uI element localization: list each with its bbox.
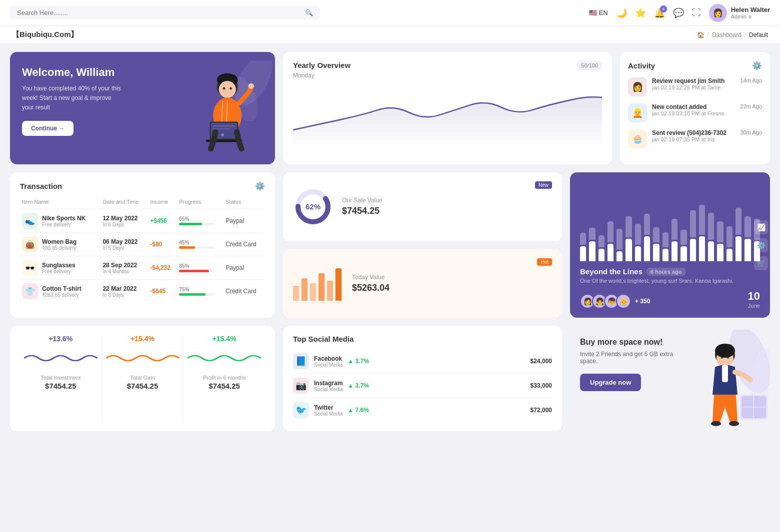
beyond-sub: One Of the world,s brightest, young surf… (580, 278, 760, 284)
bar-column (708, 213, 714, 261)
bar-column (744, 216, 750, 261)
svg-point-27 (727, 357, 729, 359)
yearly-title: Yearly Overview (293, 61, 350, 69)
topnav: 🔍 🇺🇸 EN 🌙 ⭐ 🔔 4 💬 ⛶ 👩 Helen Walter Admin… (0, 0, 780, 26)
bar-column (589, 228, 595, 261)
bar-chart (580, 181, 760, 261)
social-item-2: 🐦 Twitter Social Media ▲ 7.6% $72,000 (293, 398, 552, 422)
plus-count: + 350 (635, 298, 650, 305)
bar-column (717, 221, 723, 261)
bar-column (690, 210, 696, 261)
bar-column (672, 219, 678, 261)
svg-point-26 (721, 357, 723, 359)
today-info: Today Value $5263.04 (352, 274, 390, 293)
svg-point-25 (725, 344, 733, 352)
transaction-table: Item Name Date and Time Income Progress … (20, 197, 265, 303)
stats-card: +13.6% Total Investment $7454.25 +15.4% … (10, 326, 275, 431)
activity-settings-icon[interactable]: ⚙️ (752, 61, 762, 70)
svg-point-5 (223, 87, 226, 89)
bar-column (626, 216, 632, 261)
side-icon-settings[interactable]: ⚙️ (754, 238, 768, 252)
svg-point-29 (711, 421, 721, 426)
activity-item-0: 👩 Review request jim Smith jan 03 19 12:… (628, 77, 762, 96)
stat-col-2: +15.4% Profit in 6 months $7454.25 (184, 335, 265, 422)
notification-badge: 4 (660, 5, 667, 12)
activity-text-1: New contact added jan 02 19 03:10 PM at … (652, 103, 736, 116)
bar-column (616, 229, 622, 261)
favorites-icon[interactable]: ⭐ (635, 7, 646, 18)
sale-label: Our Sale Value (342, 197, 382, 204)
row2: Transaction ⚙️ Item Name Date and Time I… (10, 172, 770, 318)
side-icons: 📈 ⚙️ 🛒 (754, 220, 770, 270)
svg-point-4 (219, 80, 236, 97)
col-progress: Progress (177, 197, 224, 209)
table-row: 👕 Cotton T-shirt ₹283.65 delivery 22 Mar… (20, 280, 265, 303)
bar-column (699, 205, 705, 261)
col-item-name: Item Name (20, 197, 100, 209)
avatars-row: 👩 👧 👦 👴 + 350 (580, 294, 650, 309)
buyspace-figure (685, 330, 770, 431)
user-name: Helen Walter (731, 6, 770, 13)
breadcrumb-dashboard[interactable]: Dashboard (712, 31, 742, 38)
today-label: Today Value (352, 274, 390, 281)
activity-text-0: Review request jim Smith jan 03 19 12:25… (652, 77, 736, 90)
yearly-overview-card: Yearly Overview 50/100 Monday (283, 52, 612, 164)
activity-text-2: Sent review (504)236-7302 jan 02 19 07:3… (652, 129, 736, 142)
donut-chart: 62% (293, 187, 333, 227)
lang-selector[interactable]: 🇺🇸 EN (589, 9, 608, 16)
sale-value: $7454.25 (342, 206, 382, 216)
activity-item-2: 🧁 Sent review (504)236-7302 jan 02 19 07… (628, 129, 762, 148)
bar-column (580, 233, 586, 261)
user-menu[interactable]: 👩 Helen Walter Admin ∨ (709, 4, 770, 22)
svg-point-10 (248, 83, 254, 88)
sale-card: 62% Our Sale Value $7454.25 New (283, 172, 562, 241)
welcome-subtitle: You have completed 40% of your this week… (22, 84, 122, 113)
social-item-1: 📷 Instagram Social Media ▲ 3.7% $33,000 (293, 374, 552, 398)
beyond-info: Beyond the Lines 6 hours ago One Of the … (580, 267, 760, 309)
transaction-settings-icon[interactable]: ⚙️ (255, 181, 265, 191)
col-status: Status (224, 197, 265, 209)
row3: +13.6% Total Investment $7454.25 +15.4% … (10, 326, 770, 431)
buyspace-card: Buy more space now! Invite 2 Friends and… (570, 326, 770, 431)
bar-column (635, 224, 641, 261)
fullscreen-icon[interactable]: ⛶ (692, 7, 701, 18)
side-icon-chart[interactable]: 📈 (754, 220, 768, 234)
hot-badge: Hot (537, 258, 552, 266)
bar-column (736, 208, 742, 261)
home-icon[interactable]: 🏠 (697, 31, 704, 38)
sale-stack: 62% Our Sale Value $7454.25 New (283, 172, 562, 318)
avatar: 👩 (709, 4, 727, 22)
today-bar-chart (293, 266, 343, 301)
bar-column (598, 235, 604, 261)
sm-avatar-3: 👴 (616, 294, 631, 309)
bar-column (608, 221, 614, 261)
bar-column (662, 232, 668, 261)
messages-icon[interactable]: 💬 (673, 7, 684, 18)
continue-button[interactable]: Continue → (22, 121, 74, 136)
side-icon-cart[interactable]: 🛒 (754, 256, 768, 270)
search-bar[interactable]: 🔍 (10, 6, 320, 19)
bar-chart-card: Beyond the Lines 6 hours ago One Of the … (570, 172, 770, 318)
breadcrumb: 🏠 / Dashboard / Default (697, 31, 768, 38)
notifications-icon[interactable]: 🔔 4 (654, 7, 665, 18)
search-icon: 🔍 (305, 9, 313, 16)
svg-point-24 (717, 345, 725, 353)
welcome-illustration (175, 52, 275, 164)
bar-column (726, 226, 732, 261)
beyond-title-text: Beyond the Lines (580, 267, 642, 276)
date-mon: June (748, 303, 760, 309)
welcome-card: Welcome, William You have completed 40% … (10, 52, 275, 164)
upgrade-button[interactable]: Upgrade now (580, 374, 641, 391)
buyspace-sub: Invite 2 Friends and get 5 GB extra spac… (580, 351, 675, 365)
col-income: Income (148, 197, 177, 209)
beyond-time: 6 hours ago (646, 268, 686, 276)
table-row: 👟 Nike Sports NK Free delivery 12 May 20… (20, 209, 265, 233)
row1: Welcome, William You have completed 40% … (10, 52, 770, 164)
table-row: 🕶️ Sunglasses Free delivery 28 Sep 2022 … (20, 256, 265, 280)
activity-card: Activity ⚙️ 👩 Review request jim Smith j… (620, 52, 770, 164)
theme-toggle[interactable]: 🌙 (616, 7, 627, 18)
search-input[interactable] (17, 9, 301, 16)
yearly-chart (293, 85, 602, 145)
svg-point-6 (230, 87, 232, 89)
activity-thumb-2: 🧁 (628, 129, 647, 148)
